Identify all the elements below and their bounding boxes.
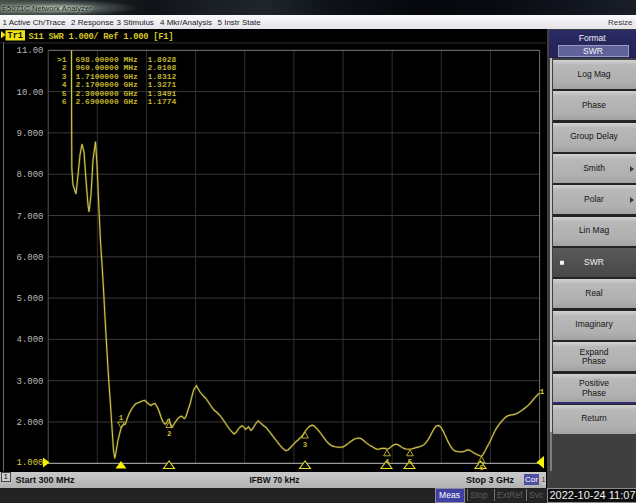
svg-text:5: 5	[408, 458, 413, 466]
svg-text:3.000: 3.000	[16, 377, 43, 387]
svg-text:S11 SWR 1.000/ Ref 1.000 [F1]: S11 SWR 1.000/ Ref 1.000 [F1]	[29, 32, 174, 42]
svg-text:3: 3	[303, 441, 308, 449]
svg-text:6: 6	[62, 97, 67, 106]
svg-text:1.000: 1.000	[16, 458, 43, 468]
svg-text:1: 1	[119, 414, 124, 422]
svg-text:Tr1: Tr1	[8, 31, 23, 41]
svg-text:2: 2	[167, 430, 172, 438]
svg-text:9.000: 9.000	[16, 129, 43, 139]
svg-text:4.000: 4.000	[16, 335, 43, 345]
svg-text:2.6900000 GHz: 2.6900000 GHz	[76, 97, 139, 106]
svg-text:4: 4	[385, 458, 390, 466]
svg-text:2.000: 2.000	[16, 418, 43, 428]
svg-text:7.000: 7.000	[16, 212, 43, 222]
svg-text:11.00: 11.00	[16, 46, 43, 56]
svg-text:10.00: 10.00	[16, 88, 43, 98]
svg-text:5.000: 5.000	[16, 294, 43, 304]
svg-text:1: 1	[540, 387, 545, 396]
svg-text:1.1774: 1.1774	[148, 97, 177, 106]
svg-text:6.000: 6.000	[16, 253, 43, 263]
svg-text:8.000: 8.000	[16, 170, 43, 180]
